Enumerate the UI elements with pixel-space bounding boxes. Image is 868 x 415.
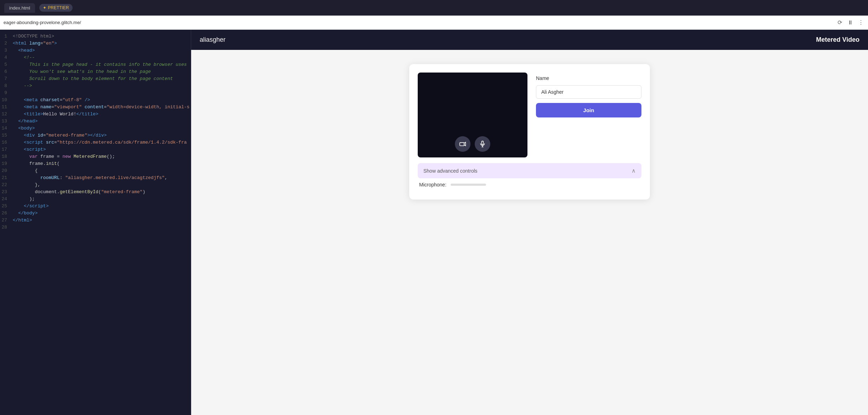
line-number: 11 (0, 104, 13, 111)
code-line: 26 </body> (0, 210, 191, 217)
app-header: aliasgher Metered Video (191, 30, 868, 50)
join-button[interactable]: Join (536, 103, 641, 117)
line-content: }, (13, 182, 40, 189)
line-number: 3 (0, 48, 13, 54)
code-line: 22 }, (0, 182, 191, 189)
code-line: 11 <meta name="viewport" content="width=… (0, 104, 191, 111)
join-form: Name Join (536, 73, 641, 117)
prettier-button[interactable]: ✦ PRETTIER (39, 4, 72, 12)
line-content: document.getElementById("metered-frame") (13, 189, 145, 196)
name-input[interactable] (536, 85, 641, 99)
code-line: 20 { (0, 168, 191, 175)
code-line: 13 </head> (0, 118, 191, 125)
line-number: 4 (0, 55, 13, 61)
code-line: 25 </script> (0, 203, 191, 210)
code-line: 5 This is the page head - it contains in… (0, 62, 191, 69)
line-content: var frame = new MeteredFrame(); (13, 154, 115, 160)
more-icon[interactable]: ⋮ (857, 19, 864, 26)
url-icons: ⟳ ⏸ ⋮ (836, 19, 864, 26)
code-line: 7 Scroll down to the body element for th… (0, 76, 191, 83)
line-content: You won't see what's in the head in the … (13, 69, 151, 75)
code-line: 12 <title>Hello World!</title> (0, 111, 191, 118)
svg-rect-1 (482, 141, 484, 145)
line-number: 17 (0, 147, 13, 153)
line-number: 14 (0, 126, 13, 132)
line-content: roomURL: "aliasgher.metered.live/acagtze… (13, 175, 167, 181)
app-brand: aliasgher (200, 36, 225, 44)
line-number: 25 (0, 203, 13, 210)
line-number: 22 (0, 182, 13, 189)
line-number: 2 (0, 41, 13, 47)
line-number: 16 (0, 140, 13, 146)
advanced-controls-toggle[interactable]: Show advanced controls ∧ (418, 163, 641, 178)
code-line: 10 <meta charset="utf-8" /> (0, 97, 191, 104)
line-content: <!-- (13, 55, 35, 61)
code-line: 8 --> (0, 83, 191, 90)
code-line: 21 roomURL: "aliasgher.metered.live/acag… (0, 175, 191, 182)
code-line: 19 frame.init( (0, 161, 191, 168)
refresh-icon[interactable]: ⟳ (836, 19, 843, 26)
code-line: 4 <!-- (0, 54, 191, 62)
line-number: 7 (0, 76, 13, 82)
microphone-icon (479, 140, 486, 148)
chevron-up-icon: ∧ (632, 167, 636, 174)
line-number: 6 (0, 69, 13, 75)
video-controls (455, 136, 490, 152)
code-line: 1<!DOCTYPE html> (0, 33, 191, 40)
editor-tab[interactable]: index.html (4, 3, 35, 13)
code-line: 16 <script src="https://cdn.metered.ca/s… (0, 139, 191, 146)
line-content: ); (13, 196, 35, 203)
line-number: 12 (0, 111, 13, 118)
content-area: Name Join Show advanced controls ∧ Micro… (191, 50, 868, 415)
code-line: 6 You won't see what's in the head in th… (0, 69, 191, 76)
code-line: 3 <head> (0, 47, 191, 54)
code-line: 18 var frame = new MeteredFrame(); (0, 154, 191, 161)
code-line: 23 document.getElementById("metered-fram… (0, 189, 191, 196)
top-bar: index.html ✦ PRETTIER (0, 0, 868, 16)
line-content: <meta charset="utf-8" /> (13, 97, 90, 104)
line-number: 1 (0, 34, 13, 40)
preview-panel: aliasgher Metered Video (191, 30, 868, 415)
line-content: --> (13, 83, 32, 90)
line-content: This is the page head - it contains info… (13, 62, 187, 68)
line-content: Scroll down to the body element for the … (13, 76, 173, 82)
line-number: 24 (0, 196, 13, 203)
microphone-level-bar (451, 184, 486, 186)
code-line: 24 ); (0, 196, 191, 203)
code-line: 15 <div id="metered-frame"></div> (0, 132, 191, 139)
line-number: 15 (0, 133, 13, 139)
camera-icon (459, 140, 466, 148)
code-line: 27</html> (0, 217, 191, 224)
line-number: 28 (0, 225, 13, 231)
url-bar: ⟳ ⏸ ⋮ (0, 16, 868, 30)
line-number: 8 (0, 83, 13, 90)
svg-rect-0 (460, 143, 464, 146)
advanced-section: Show advanced controls ∧ Microphone: (418, 163, 641, 191)
prettier-icon: ✦ (43, 5, 46, 10)
line-content: </body> (13, 211, 38, 217)
line-number: 23 (0, 189, 13, 196)
line-content: <body> (13, 126, 35, 132)
line-number: 21 (0, 175, 13, 181)
code-line: 14 <body> (0, 125, 191, 132)
line-number: 26 (0, 211, 13, 217)
pause-icon[interactable]: ⏸ (847, 19, 854, 26)
microphone-row: Microphone: (418, 178, 641, 191)
app-title: Metered Video (816, 36, 860, 44)
line-number: 13 (0, 119, 13, 125)
line-content: <html lang="en"> (13, 41, 57, 47)
camera-toggle-button[interactable] (455, 136, 470, 152)
line-number: 9 (0, 90, 13, 97)
code-line: 17 <script> (0, 146, 191, 154)
code-editor: 1<!DOCTYPE html>2<html lang="en">3 <head… (0, 30, 191, 415)
line-number: 18 (0, 154, 13, 160)
url-input[interactable] (4, 20, 833, 25)
microphone-toggle-button[interactable] (475, 136, 490, 152)
line-content: </head> (13, 119, 38, 125)
line-content: frame.init( (13, 161, 60, 167)
line-content: { (13, 168, 38, 174)
line-content: </html> (13, 218, 32, 224)
line-number: 5 (0, 62, 13, 68)
line-number: 20 (0, 168, 13, 174)
line-content: </script> (13, 203, 48, 210)
